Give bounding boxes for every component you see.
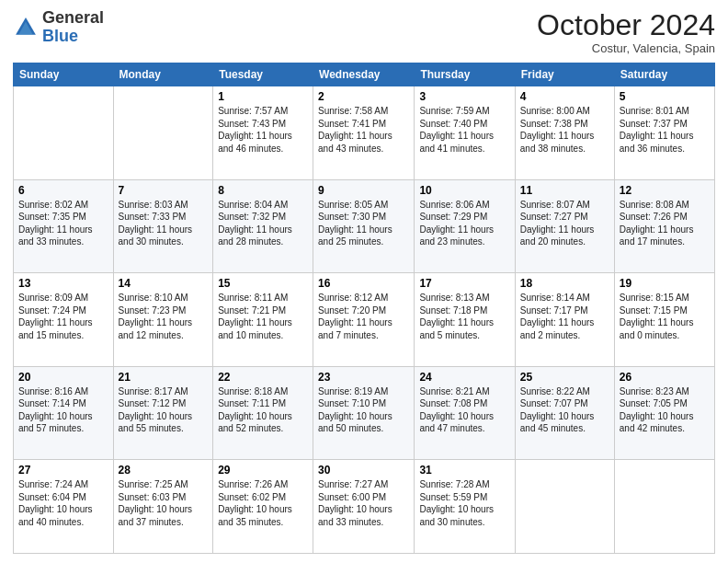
calendar-cell: 12Sunrise: 8:08 AM Sunset: 7:26 PM Dayli… [614, 179, 714, 273]
calendar-cell [614, 460, 714, 554]
day-number: 16 [318, 277, 409, 290]
day-number: 18 [520, 277, 609, 290]
day-number: 17 [419, 277, 509, 290]
logo-text: General Blue [42, 9, 104, 46]
day-number: 3 [419, 90, 509, 103]
day-number: 27 [18, 464, 108, 477]
calendar-cell: 16Sunrise: 8:12 AM Sunset: 7:20 PM Dayli… [313, 273, 415, 367]
day-info: Sunrise: 8:19 AM Sunset: 7:10 PM Dayligh… [318, 385, 409, 435]
calendar-week-4: 20Sunrise: 8:16 AM Sunset: 7:14 PM Dayli… [14, 366, 715, 460]
day-info: Sunrise: 7:59 AM Sunset: 7:40 PM Dayligh… [419, 105, 509, 155]
day-number: 4 [520, 90, 609, 103]
calendar-header-monday: Monday [113, 63, 213, 86]
calendar-cell: 29Sunrise: 7:26 AM Sunset: 6:02 PM Dayli… [213, 460, 313, 554]
calendar-cell: 13Sunrise: 8:09 AM Sunset: 7:24 PM Dayli… [14, 273, 114, 367]
day-number: 8 [218, 184, 308, 197]
day-info: Sunrise: 8:23 AM Sunset: 7:05 PM Dayligh… [620, 385, 710, 435]
day-info: Sunrise: 8:12 AM Sunset: 7:20 PM Dayligh… [318, 292, 409, 341]
logo-general: General [42, 8, 104, 27]
day-number: 31 [419, 464, 509, 477]
day-info: Sunrise: 8:11 AM Sunset: 7:21 PM Dayligh… [218, 292, 308, 341]
calendar-cell: 18Sunrise: 8:14 AM Sunset: 7:17 PM Dayli… [515, 273, 614, 367]
calendar-cell: 28Sunrise: 7:25 AM Sunset: 6:03 PM Dayli… [113, 460, 213, 554]
calendar-cell: 24Sunrise: 8:21 AM Sunset: 7:08 PM Dayli… [415, 366, 515, 460]
calendar-cell: 2Sunrise: 7:58 AM Sunset: 7:41 PM Daylig… [313, 86, 415, 180]
calendar-cell: 1Sunrise: 7:57 AM Sunset: 7:43 PM Daylig… [213, 86, 313, 180]
calendar-cell: 15Sunrise: 8:11 AM Sunset: 7:21 PM Dayli… [213, 273, 313, 367]
calendar-cell [14, 86, 114, 180]
header: General Blue October 2024 Costur, Valenc… [13, 9, 715, 55]
day-info: Sunrise: 8:10 AM Sunset: 7:23 PM Dayligh… [119, 292, 209, 341]
day-info: Sunrise: 7:28 AM Sunset: 5:59 PM Dayligh… [419, 478, 509, 528]
day-number: 13 [18, 277, 108, 290]
day-info: Sunrise: 8:02 AM Sunset: 7:35 PM Dayligh… [18, 199, 108, 248]
day-info: Sunrise: 8:04 AM Sunset: 7:32 PM Dayligh… [218, 199, 308, 248]
calendar-cell: 6Sunrise: 8:02 AM Sunset: 7:35 PM Daylig… [14, 179, 114, 273]
day-info: Sunrise: 8:21 AM Sunset: 7:08 PM Dayligh… [419, 385, 509, 435]
day-number: 28 [119, 464, 209, 477]
page: General Blue October 2024 Costur, Valenc… [0, 0, 728, 563]
calendar-header-sunday: Sunday [14, 63, 114, 86]
calendar-cell: 23Sunrise: 8:19 AM Sunset: 7:10 PM Dayli… [313, 366, 415, 460]
day-info: Sunrise: 7:57 AM Sunset: 7:43 PM Dayligh… [218, 105, 308, 155]
day-number: 12 [620, 184, 710, 197]
day-info: Sunrise: 8:09 AM Sunset: 7:24 PM Dayligh… [18, 292, 108, 341]
calendar-header-tuesday: Tuesday [213, 63, 313, 86]
day-info: Sunrise: 7:27 AM Sunset: 6:00 PM Dayligh… [318, 478, 409, 528]
calendar-header-row: SundayMondayTuesdayWednesdayThursdayFrid… [14, 63, 715, 86]
day-info: Sunrise: 7:58 AM Sunset: 7:41 PM Dayligh… [318, 105, 409, 155]
calendar-cell [515, 460, 614, 554]
day-number: 15 [218, 277, 308, 290]
day-number: 23 [318, 371, 409, 384]
calendar-week-5: 27Sunrise: 7:24 AM Sunset: 6:04 PM Dayli… [14, 460, 715, 554]
calendar: SundayMondayTuesdayWednesdayThursdayFrid… [13, 63, 715, 554]
day-number: 20 [18, 371, 108, 384]
day-number: 1 [218, 90, 308, 103]
calendar-cell: 25Sunrise: 8:22 AM Sunset: 7:07 PM Dayli… [515, 366, 614, 460]
day-info: Sunrise: 8:01 AM Sunset: 7:37 PM Dayligh… [620, 105, 710, 155]
calendar-cell: 5Sunrise: 8:01 AM Sunset: 7:37 PM Daylig… [614, 86, 714, 180]
logo-blue: Blue [42, 27, 78, 45]
day-number: 14 [119, 277, 209, 290]
day-number: 11 [520, 184, 609, 197]
calendar-cell: 22Sunrise: 8:18 AM Sunset: 7:11 PM Dayli… [213, 366, 313, 460]
calendar-cell: 3Sunrise: 7:59 AM Sunset: 7:40 PM Daylig… [415, 86, 515, 180]
calendar-header-friday: Friday [515, 63, 614, 86]
title-block: October 2024 Costur, Valencia, Spain [537, 9, 715, 55]
calendar-cell: 20Sunrise: 8:16 AM Sunset: 7:14 PM Dayli… [14, 366, 114, 460]
calendar-cell: 17Sunrise: 8:13 AM Sunset: 7:18 PM Dayli… [415, 273, 515, 367]
month-title: October 2024 [537, 9, 715, 41]
day-number: 19 [620, 277, 710, 290]
location: Costur, Valencia, Spain [537, 41, 715, 55]
day-info: Sunrise: 8:06 AM Sunset: 7:29 PM Dayligh… [419, 199, 509, 248]
day-number: 22 [218, 371, 308, 384]
day-number: 30 [318, 464, 409, 477]
day-info: Sunrise: 7:26 AM Sunset: 6:02 PM Dayligh… [218, 478, 308, 528]
calendar-week-3: 13Sunrise: 8:09 AM Sunset: 7:24 PM Dayli… [14, 273, 715, 367]
day-number: 10 [419, 184, 509, 197]
logo: General Blue [13, 9, 104, 46]
day-info: Sunrise: 8:00 AM Sunset: 7:38 PM Dayligh… [520, 105, 609, 155]
day-info: Sunrise: 8:13 AM Sunset: 7:18 PM Dayligh… [419, 292, 509, 341]
day-info: Sunrise: 8:22 AM Sunset: 7:07 PM Dayligh… [520, 385, 609, 435]
day-info: Sunrise: 8:03 AM Sunset: 7:33 PM Dayligh… [119, 199, 209, 248]
calendar-cell: 27Sunrise: 7:24 AM Sunset: 6:04 PM Dayli… [14, 460, 114, 554]
day-number: 9 [318, 184, 409, 197]
day-number: 25 [520, 371, 609, 384]
day-number: 6 [18, 184, 108, 197]
day-info: Sunrise: 8:05 AM Sunset: 7:30 PM Dayligh… [318, 199, 409, 248]
calendar-header-thursday: Thursday [415, 63, 515, 86]
calendar-cell: 14Sunrise: 8:10 AM Sunset: 7:23 PM Dayli… [113, 273, 213, 367]
day-info: Sunrise: 8:16 AM Sunset: 7:14 PM Dayligh… [18, 385, 108, 435]
calendar-cell: 30Sunrise: 7:27 AM Sunset: 6:00 PM Dayli… [313, 460, 415, 554]
day-number: 26 [620, 371, 710, 384]
day-info: Sunrise: 8:08 AM Sunset: 7:26 PM Dayligh… [620, 199, 710, 248]
calendar-header-wednesday: Wednesday [313, 63, 415, 86]
calendar-cell: 7Sunrise: 8:03 AM Sunset: 7:33 PM Daylig… [113, 179, 213, 273]
calendar-cell: 21Sunrise: 8:17 AM Sunset: 7:12 PM Dayli… [113, 366, 213, 460]
day-number: 21 [119, 371, 209, 384]
calendar-cell: 4Sunrise: 8:00 AM Sunset: 7:38 PM Daylig… [515, 86, 614, 180]
calendar-cell: 19Sunrise: 8:15 AM Sunset: 7:15 PM Dayli… [614, 273, 714, 367]
calendar-cell: 26Sunrise: 8:23 AM Sunset: 7:05 PM Dayli… [614, 366, 714, 460]
day-info: Sunrise: 7:25 AM Sunset: 6:03 PM Dayligh… [119, 478, 209, 528]
